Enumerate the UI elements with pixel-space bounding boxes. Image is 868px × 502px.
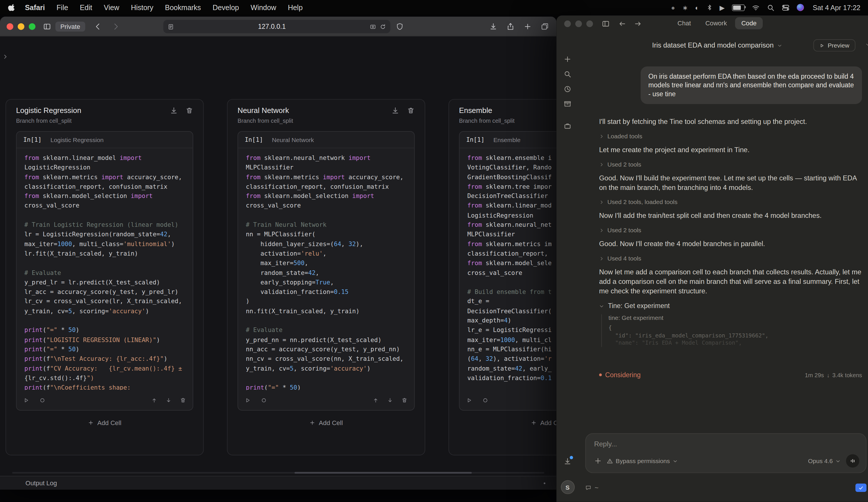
privacy-report-icon[interactable] <box>370 24 376 30</box>
minimize-window-button[interactable] <box>575 20 582 27</box>
tab-code[interactable]: Code <box>735 17 763 29</box>
bypass-permissions-dropdown[interactable]: Bypass permissions <box>607 458 678 464</box>
share-icon[interactable] <box>507 23 515 31</box>
tab-cowork[interactable]: Cowork <box>699 17 733 29</box>
tab-overview-icon[interactable] <box>541 23 549 31</box>
play-icon[interactable]: ▶ <box>720 4 725 11</box>
user-avatar[interactable]: S <box>561 480 575 494</box>
menu-item-window[interactable]: Window <box>251 3 276 12</box>
reload-icon[interactable] <box>380 24 386 30</box>
delete-cell-button[interactable] <box>180 397 186 403</box>
add-cell-button[interactable]: Add Cell <box>459 411 557 435</box>
move-cell-up-button[interactable] <box>373 397 379 403</box>
menu-item-bookmarks[interactable]: Bookmarks <box>165 3 201 12</box>
add-cell-button[interactable]: Add Cell <box>238 411 415 435</box>
sidebar-toggle-icon[interactable] <box>602 20 610 28</box>
tool-call-header[interactable]: Tine: Get experiment <box>599 302 862 310</box>
horizontal-scrollbar[interactable] <box>12 472 544 474</box>
menu-clock[interactable]: Sat 4 Apr 17:22 <box>813 3 860 11</box>
downloads-icon[interactable] <box>489 23 497 31</box>
tool-usage-row[interactable]: Used 2 tools <box>599 227 862 233</box>
menu-item-safari[interactable]: Safari <box>25 3 45 12</box>
delete-cell-button[interactable] <box>401 397 407 403</box>
delete-branch-icon[interactable] <box>185 107 193 114</box>
apple-logo-icon[interactable] <box>8 3 16 12</box>
expand-panel-chevron-icon[interactable] <box>2 54 8 60</box>
download-branch-icon[interactable] <box>391 107 399 114</box>
zoom-window-button[interactable] <box>29 23 35 30</box>
user-message-bubble: On iris dataset perform EDA then based o… <box>640 66 862 104</box>
sidebar-toggle-icon[interactable] <box>43 22 51 30</box>
run-cell-button[interactable] <box>23 397 29 403</box>
close-window-button[interactable] <box>7 23 13 30</box>
delete-branch-icon[interactable] <box>407 107 415 114</box>
code-editor[interactable]: from sklearn.linear_model importLogistic… <box>17 148 193 390</box>
reply-input[interactable]: Reply... <box>594 440 859 448</box>
battery-icon[interactable] <box>732 4 745 11</box>
zoom-window-button[interactable] <box>586 20 593 27</box>
output-log-bar[interactable]: Output Log <box>0 476 557 490</box>
scrollbar-thumb[interactable] <box>294 472 472 474</box>
output-log-handle[interactable] <box>544 482 545 484</box>
bluetooth-icon[interactable] <box>706 4 712 10</box>
preview-button[interactable]: Preview <box>813 39 855 51</box>
asterisk-icon[interactable]: ∗ <box>682 4 688 11</box>
new-chat-button[interactable] <box>564 55 571 63</box>
voice-input-button[interactable] <box>846 454 859 468</box>
page-settings-icon[interactable] <box>168 24 174 30</box>
back-icon[interactable] <box>619 20 626 28</box>
forward-button[interactable] <box>112 22 120 30</box>
add-cell-button[interactable]: Add Cell <box>16 411 193 435</box>
move-cell-up-button[interactable] <box>151 397 157 403</box>
forward-icon[interactable] <box>634 20 642 28</box>
menu-item-view[interactable]: View <box>104 3 120 12</box>
shield-icon[interactable] <box>396 22 404 30</box>
code-editor[interactable]: from sklearn.ensemble iVotingClassifier,… <box>460 148 557 390</box>
input-source-indicator[interactable] <box>855 483 866 492</box>
search-button[interactable] <box>564 70 571 78</box>
menu-item-history[interactable]: History <box>131 3 153 12</box>
conversation-title-dropdown[interactable]: Iris dataset EDA and model comparison <box>652 42 782 49</box>
tool-usage-row[interactable]: Used 2 tools <box>599 161 862 168</box>
history-button[interactable] <box>564 85 571 93</box>
move-cell-down-button[interactable] <box>387 397 393 403</box>
menu-item-edit[interactable]: Edit <box>80 3 92 12</box>
tool-usage-row[interactable]: Used 2 tools, loaded tools <box>599 199 862 205</box>
control-center-icon[interactable] <box>782 3 789 11</box>
download-branch-icon[interactable] <box>170 107 178 114</box>
record-indicator-icon[interactable]: ● <box>671 4 675 11</box>
siri-icon[interactable] <box>797 4 804 11</box>
feedback-bubble-icon[interactable] <box>585 485 591 491</box>
preview-label: Preview <box>828 42 849 49</box>
move-cell-down-button[interactable] <box>166 397 172 403</box>
new-tab-icon[interactable] <box>524 23 531 31</box>
tool-usage-row[interactable]: Used 4 tools <box>599 255 862 262</box>
menu-item-develop[interactable]: Develop <box>213 3 239 12</box>
model-selector[interactable]: Opus 4.6 <box>808 458 840 464</box>
attach-button[interactable] <box>594 457 602 465</box>
menu-item-file[interactable]: File <box>56 3 68 12</box>
projects-button[interactable] <box>564 122 571 130</box>
run-cell-button[interactable] <box>245 397 251 403</box>
address-bar[interactable]: 127.0.0.1 <box>163 20 390 33</box>
close-window-button[interactable] <box>564 20 571 27</box>
cell-status-icon[interactable] <box>261 397 267 403</box>
wifi-icon[interactable] <box>752 3 760 11</box>
cell-status-icon[interactable] <box>482 397 488 403</box>
minimize-window-button[interactable] <box>18 23 24 30</box>
reply-composer[interactable]: Reply... Bypass permissions Opus 4.6 <box>585 433 866 473</box>
collapse-chevron-icon[interactable] <box>865 42 868 47</box>
display-icon[interactable]: ◐ <box>695 4 699 11</box>
archive-button[interactable] <box>564 100 571 108</box>
search-icon[interactable] <box>767 3 775 11</box>
downloads-button[interactable] <box>564 458 571 466</box>
cell-status-icon[interactable] <box>39 397 45 403</box>
code-editor[interactable]: from sklearn.neural_network importMLPCla… <box>238 148 414 390</box>
menu-item-help[interactable]: Help <box>288 3 302 12</box>
back-button[interactable] <box>94 22 102 30</box>
claude-subheader: Iris dataset EDA and model comparison Pr… <box>557 32 868 58</box>
run-cell-button[interactable] <box>466 397 472 403</box>
tab-chat[interactable]: Chat <box>671 17 697 29</box>
tool-usage-row[interactable]: Loaded tools <box>599 133 862 139</box>
url-text[interactable]: 127.0.0.1 <box>174 23 370 31</box>
